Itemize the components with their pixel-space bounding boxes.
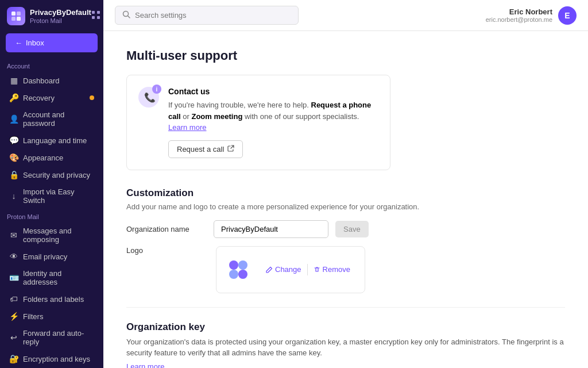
folders-icon: 🏷 bbox=[9, 294, 18, 304]
logo-preview bbox=[226, 256, 251, 283]
svg-text:📞: 📞 bbox=[144, 92, 156, 103]
svg-rect-5 bbox=[97, 11, 100, 14]
svg-rect-3 bbox=[17, 17, 21, 21]
sidebar-item-label: Encryption and keys bbox=[23, 355, 90, 363]
logo-row: Logo Change bbox=[126, 246, 565, 293]
sidebar-item-filters[interactable]: ⚡ Filters bbox=[2, 308, 101, 325]
svg-rect-1 bbox=[17, 12, 21, 16]
topbar: Eric Norbert eric.norbert@proton.me E bbox=[103, 0, 588, 31]
page-title: Multi-user support bbox=[126, 48, 565, 63]
sidebar-item-encryption-keys[interactable]: 🔐 Encryption and keys bbox=[2, 350, 101, 367]
remove-logo-button[interactable]: Remove bbox=[308, 263, 356, 276]
sidebar-item-label: Language and time bbox=[23, 136, 87, 145]
sidebar-item-identity-addresses[interactable]: 🪪 Identity and addresses bbox=[2, 265, 101, 290]
org-key-learn-more[interactable]: Learn more bbox=[126, 362, 565, 369]
org-name-label: Organization name bbox=[126, 225, 207, 233]
sidebar-item-language-time[interactable]: 💬 Language and time bbox=[2, 132, 101, 149]
grid-icon[interactable] bbox=[91, 10, 100, 22]
logo-box: Change Remove bbox=[216, 246, 365, 293]
customization-title: Customization bbox=[126, 187, 565, 199]
sidebar-item-label: Recovery bbox=[23, 94, 55, 102]
svg-rect-7 bbox=[97, 16, 100, 19]
svg-point-12 bbox=[229, 260, 238, 270]
divider bbox=[126, 307, 565, 308]
svg-rect-2 bbox=[11, 17, 16, 21]
user-name: Eric Norbert bbox=[486, 7, 552, 16]
contact-content: Contact us If you're having trouble, we'… bbox=[168, 87, 378, 158]
sidebar-item-email-privacy[interactable]: 👁 Email privacy bbox=[2, 248, 101, 265]
search-input[interactable] bbox=[135, 11, 291, 20]
inbox-button[interactable]: ← Inbox bbox=[6, 33, 98, 52]
dashboard-icon: ▦ bbox=[9, 76, 18, 85]
customization-desc: Add your name and logo to create a more … bbox=[126, 202, 565, 211]
external-link-icon bbox=[227, 145, 234, 154]
user-icon: 👤 bbox=[9, 114, 18, 124]
contact-card: 📞 i Contact us If you're having trouble,… bbox=[126, 75, 390, 170]
messages-icon: ✉ bbox=[9, 231, 18, 240]
account-section-label: Account bbox=[0, 58, 103, 72]
change-logo-button[interactable]: Change bbox=[260, 263, 307, 276]
sidebar-item-label: Forward and auto-reply bbox=[23, 329, 94, 346]
user-text: Eric Norbert eric.norbert@proton.me bbox=[486, 7, 552, 23]
sidebar-item-label: Filters bbox=[23, 312, 43, 321]
svg-rect-0 bbox=[11, 12, 16, 16]
sidebar-item-label: Folders and labels bbox=[23, 295, 84, 304]
sidebar-item-label: Messages and composing bbox=[23, 227, 94, 244]
sidebar-item-label: Identity and addresses bbox=[23, 269, 94, 286]
logo-label: Logo bbox=[126, 246, 207, 255]
sidebar-item-recovery[interactable]: 🔑 Recovery bbox=[2, 89, 101, 106]
email-privacy-icon: 👁 bbox=[9, 252, 18, 261]
language-icon: 💬 bbox=[9, 136, 18, 145]
svg-rect-4 bbox=[92, 11, 95, 14]
proton-mail-section-label: Proton Mail bbox=[0, 209, 103, 223]
org-name-row: Organization name Save bbox=[126, 220, 565, 238]
org-key-section: Organization key Your organization's dat… bbox=[126, 321, 565, 369]
sidebar-item-appearance[interactable]: 🎨 Appearance bbox=[2, 149, 101, 166]
sidebar-header: PrivacyByDefault Proton Mail bbox=[0, 0, 103, 30]
appearance-icon: 🎨 bbox=[9, 153, 18, 162]
user-avatar: E bbox=[558, 6, 577, 25]
main-panel: Eric Norbert eric.norbert@proton.me E Mu… bbox=[103, 0, 588, 368]
sidebar-item-account-password[interactable]: 👤 Account and password bbox=[2, 106, 101, 132]
arrow-left-icon: ← bbox=[15, 39, 22, 47]
sidebar-app-name: PrivacyByDefault bbox=[30, 8, 91, 17]
sidebar-item-label: Dashboard bbox=[23, 76, 60, 85]
recovery-icon: 🔑 bbox=[9, 93, 18, 102]
sidebar-item-forward-autoreply[interactable]: ↩ Forward and auto-reply bbox=[2, 325, 101, 350]
sidebar-item-label: Appearance bbox=[23, 154, 63, 162]
svg-line-9 bbox=[128, 16, 130, 18]
logo-actions: Change Remove bbox=[260, 263, 356, 276]
sidebar-app-sub: Proton Mail bbox=[30, 17, 91, 24]
sidebar-item-security-privacy[interactable]: 🔒 Security and privacy bbox=[2, 166, 101, 183]
info-badge: i bbox=[152, 85, 161, 94]
encryption-icon: 🔐 bbox=[9, 354, 18, 363]
contact-desc: If you're having trouble, we're here to … bbox=[168, 99, 378, 133]
filters-icon: ⚡ bbox=[9, 312, 18, 321]
contact-icon-wrap: 📞 i bbox=[138, 87, 159, 112]
sidebar-item-messages-composing[interactable]: ✉ Messages and composing bbox=[2, 223, 101, 248]
org-key-title: Organization key bbox=[126, 321, 565, 333]
recovery-badge bbox=[90, 95, 94, 100]
content-area: Multi-user support 📞 i Contact us If you… bbox=[103, 31, 588, 368]
save-button[interactable]: Save bbox=[335, 221, 369, 237]
sidebar-item-label: Email privacy bbox=[23, 252, 67, 261]
user-email: eric.norbert@proton.me bbox=[486, 16, 552, 23]
contact-title: Contact us bbox=[168, 87, 378, 96]
search-box[interactable] bbox=[115, 6, 299, 25]
request-call-button[interactable]: Request a call bbox=[168, 140, 243, 158]
sidebar-item-easy-switch[interactable]: ↓ Import via Easy Switch bbox=[2, 183, 101, 209]
svg-point-14 bbox=[229, 270, 238, 279]
identity-icon: 🪪 bbox=[9, 273, 18, 282]
sidebar: PrivacyByDefault Proton Mail ← Inbox Acc… bbox=[0, 0, 103, 368]
svg-rect-6 bbox=[92, 16, 95, 19]
org-key-desc: Your organization's data is protected us… bbox=[126, 336, 565, 359]
request-call-label: Request a call bbox=[177, 145, 224, 154]
search-icon bbox=[122, 10, 130, 20]
learn-more-link[interactable]: Learn more bbox=[168, 123, 206, 132]
sidebar-item-folders-labels[interactable]: 🏷 Folders and labels bbox=[2, 290, 101, 308]
sidebar-brand: PrivacyByDefault Proton Mail bbox=[7, 7, 91, 25]
org-name-input[interactable] bbox=[214, 220, 328, 238]
forward-icon: ↩ bbox=[9, 333, 18, 342]
sidebar-item-dashboard[interactable]: ▦ Dashboard bbox=[2, 72, 101, 89]
security-icon: 🔒 bbox=[9, 170, 18, 179]
